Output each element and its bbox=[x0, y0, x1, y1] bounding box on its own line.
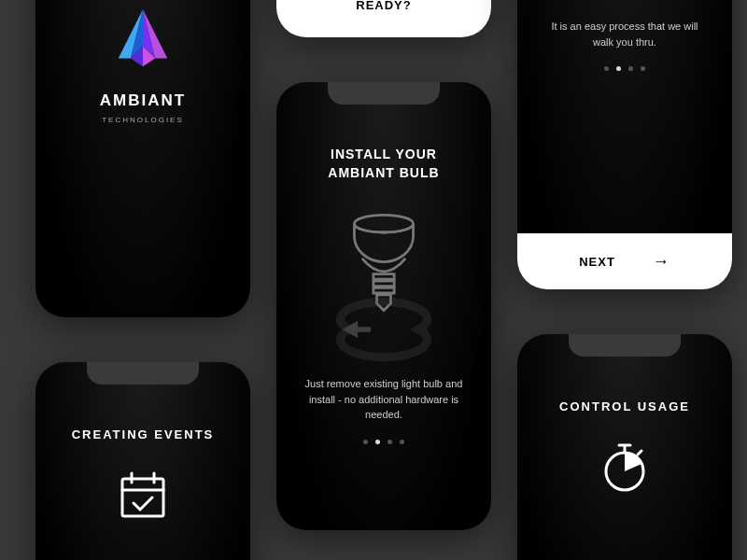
color-screen: It is an easy process that we will walk … bbox=[517, 0, 732, 289]
notch bbox=[328, 82, 440, 105]
install-screen: INSTALL YOUR AMBIANT BULB bbox=[276, 82, 491, 530]
ready-button[interactable]: READY? bbox=[276, 0, 491, 37]
brand-name: AMBIANT bbox=[100, 91, 186, 110]
events-title: CREATING EVENTS bbox=[72, 427, 215, 441]
notch bbox=[87, 362, 199, 385]
svg-line-16 bbox=[638, 451, 641, 455]
install-title: INSTALL YOUR AMBIANT BULB bbox=[328, 146, 439, 182]
calendar-check-icon bbox=[115, 468, 171, 524]
stopwatch-icon bbox=[597, 440, 653, 496]
svg-rect-9 bbox=[122, 479, 163, 516]
events-screen: CREATING EVENTS bbox=[35, 362, 250, 560]
bulb-install-illustration bbox=[323, 206, 444, 365]
notch bbox=[569, 334, 681, 357]
page-indicator bbox=[363, 440, 404, 444]
ambiant-logo-icon bbox=[101, 9, 185, 75]
ready-label: READY? bbox=[356, 0, 411, 12]
splash-screen: AMBIANT TECHNOLOGIES bbox=[35, 0, 250, 317]
page-indicator bbox=[604, 66, 645, 71]
install-description: Just remove existing light bulb and inst… bbox=[276, 376, 491, 423]
next-label: NEXT bbox=[579, 255, 615, 269]
brand-subtitle: TECHNOLOGIES bbox=[100, 116, 186, 124]
arrow-right-icon: → bbox=[653, 252, 670, 272]
ready-screen: READY? bbox=[276, 0, 491, 37]
color-description: It is an easy process that we will walk … bbox=[517, 19, 732, 49]
usage-screen: CONTROL USAGE bbox=[517, 334, 732, 560]
usage-title: CONTROL USAGE bbox=[559, 399, 690, 413]
next-button[interactable]: NEXT → bbox=[517, 233, 732, 289]
